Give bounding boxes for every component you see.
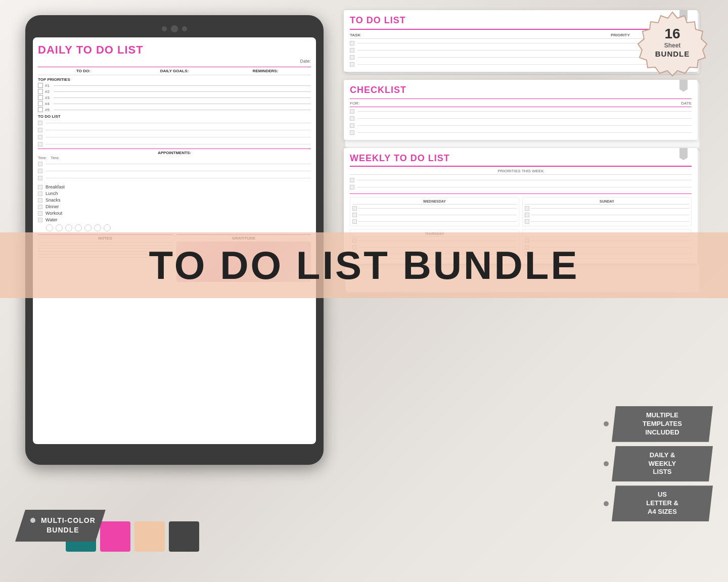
mc-text-2: BUNDLE bbox=[47, 526, 79, 534]
priority-label-1: #1 bbox=[45, 83, 50, 88]
starburst-svg: 16 Sheet BUNDLE bbox=[637, 10, 708, 81]
todo-line-2 bbox=[38, 128, 311, 132]
bundle-badge: 16 Sheet BUNDLE bbox=[637, 10, 708, 81]
checklist-sheet-stack: CHECKLIST FOR: DATE bbox=[344, 80, 698, 140]
water-circles bbox=[46, 224, 311, 231]
weekly-divider bbox=[350, 166, 692, 167]
feature-badge-1-row: MULTIPLETEMPLATESINCLUDED bbox=[604, 406, 713, 442]
col-reminders: REMINDERS: bbox=[220, 69, 311, 73]
priorities-label: TOP PRIORITIES bbox=[38, 77, 311, 82]
todo-line-3 bbox=[38, 135, 311, 139]
feature-text-2: DAILY &WEEKLYLISTS bbox=[649, 451, 676, 476]
daily-columns: TO DO: DAILY GOALS: REMINDERS: bbox=[38, 67, 311, 75]
weekly-priorities-lines bbox=[350, 178, 692, 189]
todo-line-1 bbox=[38, 121, 311, 125]
checklist-sheet: CHECKLIST FOR: DATE bbox=[344, 80, 698, 140]
feature-badge-3: USLETTER &A4 SIZES bbox=[612, 486, 713, 521]
todo-lines bbox=[38, 121, 311, 147]
swatch-peach bbox=[134, 521, 165, 552]
meal-workout: Workout bbox=[38, 211, 311, 216]
meal-dinner: Dinner bbox=[38, 204, 311, 209]
checklist-bookmark bbox=[679, 80, 688, 92]
meal-water: Water bbox=[38, 217, 311, 222]
col-task: TASK bbox=[350, 33, 611, 37]
water-circle-2[interactable] bbox=[56, 224, 63, 231]
meals-list: Breakfast Lunch Snacks Dinner Workout bbox=[38, 184, 311, 222]
weekly-separator bbox=[350, 193, 692, 194]
day-label-wednesday: WEDNESDAY bbox=[352, 200, 517, 205]
priority-checkbox-5[interactable] bbox=[38, 107, 43, 112]
todo-line-4 bbox=[38, 142, 311, 147]
priority-label-2: #2 bbox=[45, 89, 50, 94]
mc-text-1: MULTI-COLOR bbox=[41, 516, 96, 524]
priority-label-5: #5 bbox=[45, 108, 50, 112]
tablet-camera bbox=[171, 25, 178, 32]
appt-row: Time: Time: bbox=[38, 156, 311, 160]
svg-text:Sheet: Sheet bbox=[664, 42, 681, 49]
for-label: FOR: bbox=[350, 101, 359, 106]
water-circle-7[interactable] bbox=[104, 224, 111, 231]
day-sunday: SUNDAY bbox=[522, 197, 692, 226]
weekly-bookmark bbox=[679, 148, 688, 160]
day-label-sunday: SUNDAY bbox=[525, 200, 689, 205]
water-circle-4[interactable] bbox=[75, 224, 82, 231]
priority-label-3: #3 bbox=[45, 95, 50, 100]
col-goals: DAILY GOALS: bbox=[129, 69, 220, 73]
daily-title: DAILY TO DO LIST bbox=[38, 43, 311, 57]
priority-checkbox-1[interactable] bbox=[38, 83, 43, 88]
water-circle-1[interactable] bbox=[46, 224, 53, 231]
priority-line-5 bbox=[54, 110, 311, 110]
feature-badge-2: DAILY &WEEKLYLISTS bbox=[612, 446, 713, 482]
feature-badge-3-row: USLETTER &A4 SIZES bbox=[604, 486, 713, 521]
water-circle-6[interactable] bbox=[94, 224, 101, 231]
water-circle-3[interactable] bbox=[65, 224, 72, 231]
appointments-section: APPOINTMENTS: Time: Time: bbox=[38, 149, 311, 180]
priority-checkbox-2[interactable] bbox=[38, 89, 43, 94]
appt-lines bbox=[38, 162, 311, 180]
svg-text:16: 16 bbox=[664, 26, 680, 41]
mc-dot bbox=[30, 518, 35, 523]
feature-dot-2 bbox=[604, 461, 609, 466]
priority-label-4: #4 bbox=[45, 102, 50, 106]
tablet-dot-1 bbox=[162, 26, 167, 31]
features-badges: MULTIPLETEMPLATESINCLUDED DAILY &WEEKLYL… bbox=[604, 406, 713, 521]
checklist-for-date: FOR: DATE bbox=[350, 101, 692, 107]
meal-breakfast: Breakfast bbox=[38, 184, 311, 189]
feature-text-3: USLETTER &A4 SIZES bbox=[646, 491, 678, 515]
checklist-divider bbox=[350, 99, 692, 100]
priority-row-5: #5 bbox=[38, 107, 311, 112]
tablet-dot-2 bbox=[182, 26, 187, 31]
checklist-lines bbox=[350, 109, 692, 135]
feature-badge-2-row: DAILY &WEEKLYLISTS bbox=[604, 446, 713, 482]
todo-list-label: TO DO LIST bbox=[38, 114, 311, 119]
priority-row-2: #2 bbox=[38, 89, 311, 94]
col-todo: TO DO: bbox=[38, 69, 129, 73]
swatch-dark-gray bbox=[169, 521, 199, 552]
date-label: Date: bbox=[38, 59, 311, 64]
meal-lunch: Lunch bbox=[38, 191, 311, 196]
date-label: DATE bbox=[681, 101, 692, 106]
priority-line-2 bbox=[54, 91, 311, 92]
main-banner: TO DO LIST BUNDLE bbox=[0, 232, 728, 298]
day-wednesday: WEDNESDAY bbox=[350, 197, 519, 226]
feature-dot-1 bbox=[604, 421, 609, 426]
water-circle-5[interactable] bbox=[84, 224, 92, 231]
priority-line-4 bbox=[54, 104, 311, 104]
priority-line-3 bbox=[54, 98, 311, 98]
feature-badge-1: MULTIPLETEMPLATESINCLUDED bbox=[612, 406, 713, 442]
priority-line-1 bbox=[54, 85, 311, 86]
tablet-camera-bar bbox=[33, 25, 316, 32]
multicolor-bundle-badge: MULTI-COLOR BUNDLE bbox=[15, 510, 106, 542]
feature-dot-3 bbox=[604, 501, 609, 506]
priorities-list: #1 #2 #3 #4 #5 bbox=[38, 83, 311, 112]
priority-checkbox-3[interactable] bbox=[38, 95, 43, 100]
feature-text-1: MULTIPLETEMPLATESINCLUDED bbox=[643, 411, 682, 436]
weekly-title: WEEKLY TO DO LIST bbox=[350, 153, 692, 164]
checklist-title: CHECKLIST bbox=[350, 85, 692, 95]
meal-snacks: Snacks bbox=[38, 198, 311, 203]
banner-text: TO DO LIST BUNDLE bbox=[149, 243, 579, 288]
priority-checkbox-4[interactable] bbox=[38, 101, 43, 106]
priority-row-1: #1 bbox=[38, 83, 311, 88]
badge-starburst-container: 16 Sheet BUNDLE bbox=[637, 10, 708, 81]
weekly-priorities-label: PRIORITIES THIS WEEK bbox=[350, 169, 692, 175]
